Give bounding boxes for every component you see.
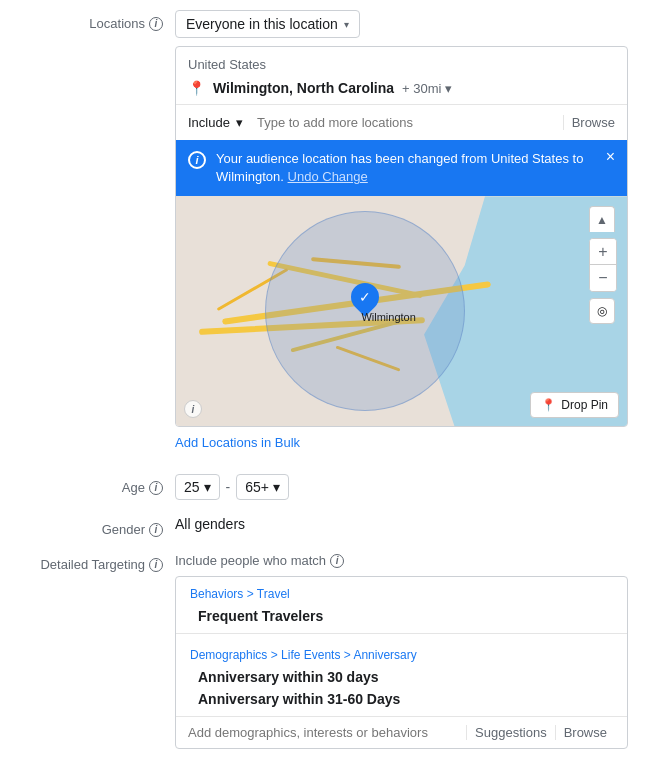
- dropdown-arrow-icon: ▾: [344, 19, 349, 30]
- age-info-icon[interactable]: i: [149, 481, 163, 495]
- undo-change-link[interactable]: Undo Change: [288, 169, 368, 184]
- type-locations-input[interactable]: [249, 111, 563, 134]
- location-city-row: 📍 Wilmington, North Carolina + 30mi ▾: [176, 76, 627, 104]
- detailed-targeting-label-container: Detailed Targeting i: [20, 553, 175, 572]
- notification-text: Your audience location has been changed …: [216, 150, 596, 186]
- targeting-box: Behaviors > Travel Frequent Travelers De…: [175, 576, 628, 749]
- location-box: United States 📍 Wilmington, North Caroli…: [175, 46, 628, 427]
- map-zoom-out-button[interactable]: −: [590, 265, 616, 291]
- location-radius[interactable]: + 30mi ▾: [402, 81, 452, 96]
- location-type-dropdown[interactable]: Everyone in this location ▾: [175, 10, 360, 38]
- include-row: Include ▾ Browse: [176, 104, 627, 140]
- age-max-dropdown[interactable]: 65+ ▾: [236, 474, 289, 500]
- targeting-item-2: Anniversary within 30 days: [190, 666, 613, 688]
- radius-arrow-icon: ▾: [445, 81, 452, 96]
- gender-label-container: Gender i: [20, 516, 175, 537]
- behaviors-category: Behaviors > Travel: [190, 587, 613, 601]
- targeting-actions: Suggestions Browse: [466, 725, 615, 740]
- detailed-targeting-label: Detailed Targeting: [40, 557, 145, 572]
- targeting-item-1: Frequent Travelers: [190, 605, 613, 627]
- map-info-button[interactable]: i: [184, 400, 202, 418]
- targeting-subtitle-info-icon[interactable]: i: [330, 554, 344, 568]
- age-content: 25 ▾ - 65+ ▾: [175, 474, 628, 500]
- map-zoom-in-button[interactable]: +: [590, 239, 616, 265]
- detailed-targeting-row: Detailed Targeting i Include people who …: [20, 553, 628, 749]
- location-notification: i Your audience location has been change…: [176, 140, 627, 196]
- demographics-section: Demographics > Life Events > Anniversary…: [176, 638, 627, 712]
- demographics-category: Demographics > Life Events > Anniversary: [190, 648, 613, 662]
- map-pin-label: Wilmington: [361, 311, 415, 323]
- gender-content: All genders: [175, 516, 628, 532]
- map-controls: ▲ + − ◎: [589, 206, 617, 324]
- add-locations-bulk-link[interactable]: Add Locations in Bulk: [175, 427, 628, 458]
- map-scroll-up-icon[interactable]: ▲: [589, 206, 615, 232]
- age-label: Age: [122, 480, 145, 495]
- age-min-value: 25: [184, 479, 200, 495]
- detailed-targeting-info-icon[interactable]: i: [149, 558, 163, 572]
- age-max-arrow-icon: ▾: [273, 479, 280, 495]
- drop-pin-button[interactable]: 📍 Drop Pin: [530, 392, 619, 418]
- targeting-search-input[interactable]: [188, 725, 466, 740]
- drop-pin-icon: 📍: [541, 398, 556, 412]
- locations-content: Everyone in this location ▾ United State…: [175, 10, 628, 458]
- targeting-input-row: Suggestions Browse: [176, 716, 627, 748]
- map-pin: ✓ Wilmington: [351, 283, 379, 311]
- map-pin-check-icon: ✓: [359, 289, 371, 305]
- notification-close-icon[interactable]: ×: [606, 148, 615, 166]
- include-label: Include: [188, 115, 230, 130]
- include-dropdown-arrow: ▾: [236, 115, 243, 130]
- locations-label: Locations i: [20, 10, 175, 31]
- suggestions-link[interactable]: Suggestions: [466, 725, 555, 740]
- location-type-value: Everyone in this location: [186, 16, 338, 32]
- browse-locations-link[interactable]: Browse: [563, 115, 615, 130]
- include-type-dropdown[interactable]: ▾: [230, 113, 249, 132]
- map-zoom-group: + −: [589, 238, 617, 292]
- age-dash: -: [226, 479, 231, 495]
- location-city-name: Wilmington, North Carolina: [213, 80, 394, 96]
- detailed-targeting-content: Include people who match i Behaviors > T…: [175, 553, 628, 749]
- location-country: United States: [176, 47, 627, 76]
- age-label-container: Age i: [20, 474, 175, 495]
- browse-targeting-link[interactable]: Browse: [555, 725, 615, 740]
- section-divider: [176, 633, 627, 634]
- notification-info-icon: i: [188, 151, 206, 169]
- behaviors-section: Behaviors > Travel Frequent Travelers: [176, 577, 627, 629]
- targeting-subtitle: Include people who match i: [175, 553, 628, 568]
- drop-pin-label: Drop Pin: [561, 398, 608, 412]
- locations-label-text: Locations: [89, 16, 145, 31]
- gender-value: All genders: [175, 516, 245, 532]
- locations-info-icon[interactable]: i: [149, 17, 163, 31]
- gender-row: Gender i All genders: [20, 516, 628, 537]
- gender-info-icon[interactable]: i: [149, 523, 163, 537]
- gender-label: Gender: [102, 522, 145, 537]
- targeting-item-3: Anniversary within 31-60 Days: [190, 688, 613, 710]
- locations-row: Locations i Everyone in this location ▾ …: [20, 10, 628, 458]
- age-min-dropdown[interactable]: 25 ▾: [175, 474, 220, 500]
- map-locate-button[interactable]: ◎: [589, 298, 615, 324]
- location-pin-icon: 📍: [188, 80, 205, 96]
- age-min-arrow-icon: ▾: [204, 479, 211, 495]
- map-container[interactable]: ✓ Wilmington ▲ + − ◎ i: [176, 196, 627, 426]
- age-max-value: 65+: [245, 479, 269, 495]
- age-row: Age i 25 ▾ - 65+ ▾: [20, 474, 628, 500]
